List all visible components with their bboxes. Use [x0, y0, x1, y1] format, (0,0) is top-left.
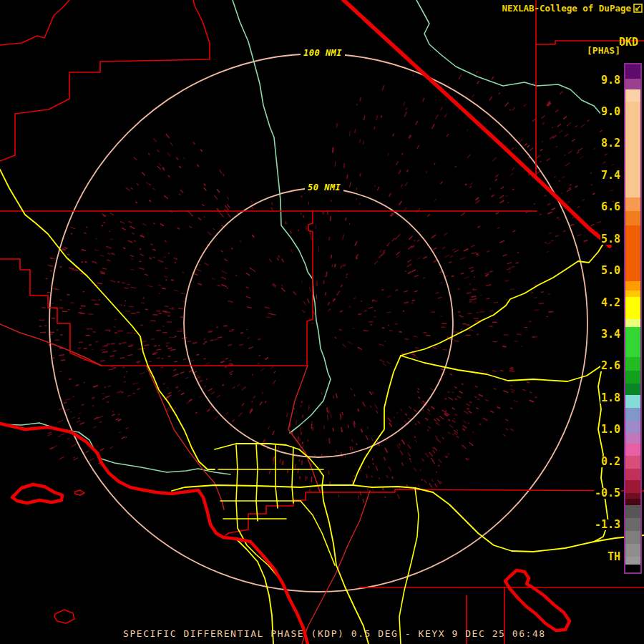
island-outline-tiny	[75, 490, 84, 495]
color-scale-segment	[625, 565, 640, 570]
radar-map	[0, 0, 644, 644]
color-scale-segment	[625, 557, 640, 565]
product-code: DKD	[619, 36, 638, 49]
color-scale-segment	[625, 395, 640, 408]
color-scale-segment	[625, 197, 640, 211]
color-scale-segment	[625, 456, 640, 469]
color-scale-segment	[625, 421, 640, 434]
highway-south	[322, 476, 369, 644]
map-overlays	[0, 0, 644, 644]
boundary-basin-staircase	[225, 492, 323, 535]
color-scale-tick: 8.2	[600, 138, 621, 149]
boundary-south-central	[288, 366, 320, 492]
color-scale-tick: 1.0	[600, 424, 621, 435]
color-scale-tick: 3.4	[600, 329, 621, 340]
color-scale-segment	[625, 319, 640, 327]
highway-south-branch	[399, 488, 419, 644]
color-scale-segment	[625, 225, 640, 281]
color-scale-tick: 5.8	[600, 234, 621, 245]
highway-basin-v2	[256, 444, 258, 521]
site-attribution: NEXLAB-College of DuPage	[502, 3, 643, 14]
color-scale-segment	[625, 357, 640, 371]
color-scale-tick: -0.5	[594, 488, 621, 499]
highway-east-west	[172, 485, 433, 492]
color-scale-segment	[625, 281, 640, 291]
color-scale-segment	[625, 384, 640, 395]
range-rings	[49, 54, 587, 592]
color-scale-segment	[625, 434, 640, 444]
color-scale-segment	[625, 499, 640, 505]
river-center	[233, 0, 331, 433]
highway-basin-v3	[275, 445, 278, 508]
color-scale-segment	[625, 297, 640, 319]
island-thick-southeast	[505, 570, 570, 630]
color-scale-bar	[624, 63, 642, 574]
river-coastal	[0, 423, 230, 474]
color-scale-tick: 6.6	[600, 202, 621, 213]
color-scale-tick: 0.2	[600, 457, 621, 467]
external-link-icon	[633, 4, 643, 13]
color-scale-segment	[625, 469, 640, 480]
highway-nw-diagonal	[0, 170, 215, 469]
color-scale-tick: TH	[607, 552, 621, 562]
color-scale-tick: 9.0	[600, 107, 621, 117]
color-scale-segment	[625, 371, 640, 384]
island-outline-small	[54, 610, 74, 623]
highway-basin-v4	[292, 447, 293, 503]
color-scale-tick: 7.4	[600, 170, 621, 181]
color-scale-segment	[625, 408, 640, 421]
color-scale-segment	[625, 211, 640, 225]
color-scale-segment	[625, 327, 640, 357]
color-scale-segment	[625, 531, 640, 544]
color-scale-tick: -1.3	[594, 519, 621, 530]
coastline	[0, 424, 308, 644]
color-scale-segment	[625, 64, 640, 79]
color-scale-segment	[625, 518, 640, 531]
color-scale-segment	[625, 480, 640, 493]
color-scale-tick: 2.6	[600, 361, 621, 371]
color-scale-segment	[625, 544, 640, 557]
color-scale-segment	[625, 505, 640, 518]
product-units: [PHAS]	[586, 45, 621, 56]
product-caption: SPECIFIC DIFFERENTIAL PHASE (KDP) 0.5 DE…	[123, 628, 546, 639]
color-scale-segment	[625, 102, 640, 197]
range-ring-label: 50 NMI	[305, 182, 343, 192]
color-scale-segment	[625, 79, 640, 89]
color-scale-tick: 4.2	[600, 298, 621, 308]
color-scale-segment	[625, 493, 640, 499]
boundary-nw-staircase	[0, 0, 210, 161]
river-northeast	[416, 0, 603, 117]
color-scale-segment	[625, 291, 640, 297]
highway-ne-to-basin	[353, 240, 605, 485]
color-scale-tick: 5.0	[600, 265, 621, 276]
color-scale-tick: 1.8	[600, 393, 621, 404]
color-scale-segment	[625, 444, 640, 456]
island-thick-west	[12, 484, 62, 503]
color-scale-segment	[625, 89, 640, 102]
highway-basin-v1	[236, 445, 292, 602]
radar-echoes	[39, 69, 615, 503]
range-ring-label: 100 NMI	[301, 48, 345, 58]
radar-display: NEXLAB-College of DuPage DKD [PHAS] 9.89…	[0, 0, 644, 644]
site-attribution-text: NEXLAB-College of DuPage	[502, 3, 631, 14]
boundary-nw-diagonal	[0, 0, 69, 45]
highway-basin-se	[301, 501, 335, 565]
color-scale-tick: 9.8	[600, 75, 621, 86]
highway-east-loop	[401, 356, 608, 542]
